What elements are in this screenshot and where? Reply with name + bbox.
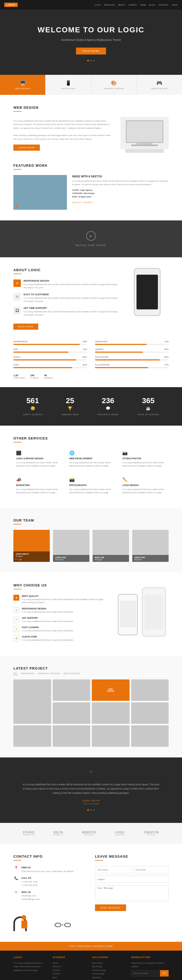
project-cell-5 — [53, 702, 91, 724]
footer-link-blog[interactable]: Blog — [53, 976, 84, 980]
project-grid: WEBDESIGN — [13, 679, 169, 747]
counter-happy-clients: 561 😊 HAPPY CLIENTS — [23, 396, 42, 416]
game-design-label: GAME DESIGN — [139, 88, 179, 89]
feature-3-desc: It is a long established fact that a rea… — [24, 310, 118, 317]
team-gp-icon[interactable]: g+ — [19, 558, 22, 560]
partners-section: STUDIOCreative DELTAAgency WEBSITEBuilde… — [0, 823, 182, 844]
footer-link-home[interactable]: Home — [53, 961, 84, 965]
service-icon-game-design[interactable]: 🎮 GAME DESIGN — [137, 75, 182, 95]
skills-col-right: JAVASCRIPT 70% JQUERY 65% PHOTOSHOP 88% — [95, 340, 169, 371]
featured-meta: CLIENT: Logic Agency CATEGORY: Web Desig… — [72, 189, 169, 199]
why-item-4-desc: It is a long established fact that a rea… — [22, 629, 73, 632]
counter-icon-4: ☕ — [137, 406, 159, 410]
project-cell-4 — [131, 679, 169, 701]
nav-blog[interactable]: BLOG — [149, 4, 155, 6]
skill-css3: CSS3 80% — [13, 364, 87, 368]
contact-call-us: 📞 CALL US +1 800 555 1234+1 800 555 5678 — [13, 877, 87, 887]
phone-small-screen — [120, 601, 136, 627]
featured-work-section: FEATURED WORK MADE WITH A SKETCH It is a… — [0, 164, 182, 220]
service-web-title: WEB DEVELOPMENT — [69, 457, 113, 460]
footer-link-portfolio[interactable]: Portfolio — [53, 972, 84, 976]
skill-illustrator: ILLUSTRATOR 72% — [95, 364, 169, 368]
nav-contact[interactable]: CONTACT — [158, 4, 168, 6]
video-play-icon[interactable] — [86, 231, 96, 241]
hero-dot-2[interactable] — [90, 60, 92, 62]
team-tw-icon[interactable]: t — [18, 558, 18, 560]
contact-subject-input[interactable] — [95, 875, 169, 883]
footer-link-services[interactable]: Services — [53, 969, 84, 972]
nav-home[interactable]: HOME — [94, 4, 101, 6]
why-choose-section: WHY CHOOSE US ★ BEST QUALITY It is a lon… — [0, 573, 182, 655]
tab-web[interactable]: WEB DESIGN — [64, 672, 80, 675]
web-design-title: WEB DESIGN — [13, 105, 169, 110]
tab-branding[interactable]: BRANDING — [21, 672, 35, 675]
project-tabs: ALL BRANDING GRAPHIC DESIGN WEB DESIGN — [13, 672, 169, 675]
service-icon-app-design[interactable]: 📱 APP DESIGN — [45, 75, 91, 95]
test-dot-3[interactable] — [93, 809, 95, 811]
skill-php: PHP 75% — [13, 348, 87, 353]
service-logo-text: It is a long established fact that a rea… — [16, 461, 60, 468]
why-title: WHY CHOOSE US — [13, 583, 107, 587]
why-item-4: ⚡ FAST LOADING It is a long established … — [13, 626, 107, 632]
featured-project-image — [13, 175, 67, 210]
hero-dot-3[interactable] — [93, 60, 95, 62]
nav-services[interactable]: SERVICES — [104, 4, 115, 6]
team-card-4: SARA KIM Marketer — [132, 530, 169, 562]
test-dot-1[interactable] — [87, 809, 89, 811]
leave-message-title: LEAVE MESSAGE — [95, 854, 169, 858]
other-services-title: OTHER SERVICES — [13, 436, 169, 440]
why-item-3: ✔ 24/7 SUPPORT It is a long established … — [13, 617, 107, 623]
contact-email-input[interactable] — [133, 866, 169, 873]
service-icon-graphic-design[interactable]: 🎨 GRAPHIC DESIGN — [91, 75, 137, 95]
project-label-3: WEBDESIGN — [105, 687, 116, 694]
team-fb-icon[interactable]: f — [16, 558, 16, 560]
footer-bar-text: TYPE YOUR EMAIL ADDRESS HERE — [69, 945, 113, 947]
service-icon-web-design[interactable]: 🖥️ WEB DESIGN — [0, 75, 45, 95]
glasses-shape — [54, 923, 71, 927]
nav-works[interactable]: WORKS — [129, 4, 137, 6]
location-icon: 📍 — [13, 866, 19, 871]
tab-all[interactable]: ALL — [13, 672, 18, 675]
footer-bar: TYPE YOUR EMAIL ADDRESS HERE — [0, 942, 182, 951]
footer-bottom: LOGIC It is a long established fact that… — [0, 951, 182, 980]
service-card-marketing: 📣 MARKETING It is a long established fac… — [13, 474, 62, 497]
counter-label-3: PROJECTS DONE — [98, 413, 118, 416]
test-dot-2[interactable] — [90, 809, 92, 811]
hero-dot-1[interactable] — [87, 60, 89, 62]
footer-link-game[interactable]: Game Design — [92, 972, 123, 976]
newsletter-email-input[interactable] — [131, 970, 160, 977]
contact-message-textarea[interactable] — [95, 885, 169, 901]
nav-shop[interactable]: SHOP — [172, 4, 178, 6]
project-cell-3: WEBDESIGN — [92, 679, 129, 701]
service-marketing-title: MARKETING — [16, 484, 60, 487]
tab-graphic[interactable]: GRAPHIC DESIGN — [38, 672, 60, 675]
footer-col-newsletter: NEWSLETTER Subscribe to our newsletter f… — [131, 956, 169, 980]
skill-wordpress: WORDPRESS 90% — [13, 340, 87, 345]
why-item-3-desc: It is a long established fact that a rea… — [22, 620, 73, 623]
contact-name-input[interactable] — [95, 866, 131, 873]
footer-link-graphic[interactable]: Graphic Design — [92, 969, 123, 972]
nav-team[interactable]: TEAM — [140, 4, 146, 6]
contact-address-text: FIND US 1234 North Avenue Luke Lane, Sou… — [21, 866, 74, 873]
quality-link[interactable]: QUALITY WORK › — [72, 201, 169, 204]
newsletter-go-button[interactable]: GO — [160, 970, 169, 977]
team-title: OUR TEAM — [13, 518, 169, 522]
footer-link-appdesign[interactable]: App Design — [92, 965, 123, 969]
footer-link-marketing[interactable]: Marketing — [92, 976, 123, 980]
nav-logo[interactable]: LOGIC — [4, 3, 18, 7]
skill-label-php: PHP — [13, 348, 18, 350]
footer-link-webdesign[interactable]: Web Design — [92, 961, 123, 965]
send-message-button[interactable]: SEND MESSAGE — [95, 904, 126, 911]
about-section: ABOUT LOGIC ✦ RESPONSIVE DESIGN It is a … — [0, 257, 182, 340]
nav-about[interactable]: ABOUT — [118, 4, 126, 6]
meta-date: DATE: 12 March 2016 — [72, 195, 169, 199]
team-card-1: JOHN SMITH Designer f t g+ — [13, 530, 50, 562]
web-design-learn-btn[interactable]: LEARN MORE — [13, 145, 40, 151]
about-read-more-btn[interactable]: READ MORE — [13, 323, 38, 330]
contact-form-name-row — [95, 866, 169, 873]
footer-link-about[interactable]: About Us — [53, 965, 84, 969]
skill-pct-illustrator: 72% — [164, 364, 169, 366]
hero-cta-button[interactable]: READ MORE — [76, 48, 106, 54]
service-photography-title: PHOTOGRAPHY — [69, 484, 113, 487]
about-feature-3-text: 24/7 TIME SUPPORT It is a long establish… — [24, 307, 118, 317]
